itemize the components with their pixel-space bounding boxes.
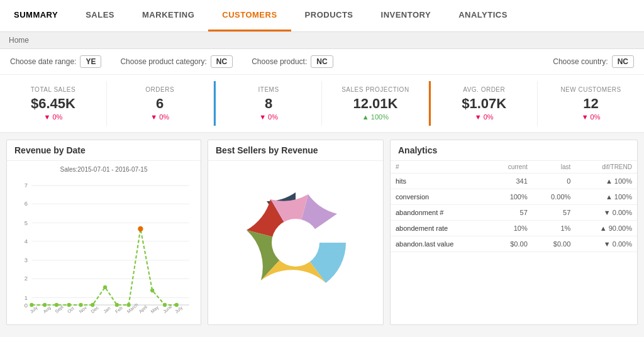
- filter-product: Choose product: NC: [252, 55, 333, 68]
- table-row: abandon.last value $0.00 $0.00 ▼ 0.00%: [391, 236, 637, 252]
- cell-current: 57: [489, 205, 532, 221]
- cell-current: 100%: [489, 189, 532, 205]
- cell-trend: ▲ 100%: [575, 189, 637, 205]
- filter-date-label: Choose date range:: [10, 57, 76, 66]
- analytics-header-row: # current last dif/TREND: [391, 161, 637, 174]
- filter-product-btn[interactable]: NC: [311, 55, 333, 68]
- revenue-panel: Revenue by Date Sales:2015-07-01 - 2016-…: [6, 140, 201, 325]
- metric-orders: ORDERS 6 ▼ 0%: [107, 81, 214, 126]
- svg-text:0: 0: [25, 302, 28, 309]
- svg-text:3: 3: [25, 257, 28, 263]
- cell-metric: conversion: [391, 189, 489, 205]
- col-header-trend: dif/TREND: [575, 161, 637, 174]
- revenue-chart-area: Sales:2015-07-01 - 2016-07-15 7 6 5 4 3 …: [7, 161, 201, 324]
- cell-metric: abondement rate: [391, 221, 489, 236]
- svg-point-22: [103, 285, 107, 289]
- cell-last: 1%: [533, 221, 576, 236]
- metric-items: ITEMS 8 ▼ 0%: [216, 81, 323, 126]
- nav-analytics[interactable]: ANALYTICS: [445, 0, 521, 31]
- cell-metric: hits: [391, 174, 489, 189]
- col-header-metric: #: [391, 161, 489, 174]
- cell-metric: abandonment #: [391, 205, 489, 221]
- analytics-panel: Analytics # current last dif/TREND hits …: [390, 140, 638, 325]
- metric-sales-projection: SALES PROJECTION 12.01K ▲ 100%: [322, 81, 429, 126]
- analytics-title: Analytics: [391, 140, 637, 161]
- cell-trend: ▲ 90.00%: [575, 221, 637, 236]
- table-row: hits 341 0 ▲ 100%: [391, 174, 637, 189]
- filter-category: Choose product category: NC: [120, 55, 233, 68]
- nav-sales[interactable]: SALES: [72, 0, 128, 31]
- svg-text:Jan: Jan: [103, 306, 112, 314]
- svg-text:May: May: [150, 304, 160, 314]
- table-row: abondement rate 10% 1% ▲ 90.00%: [391, 221, 637, 236]
- svg-text:1: 1: [25, 295, 28, 301]
- svg-point-26: [150, 289, 154, 292]
- bestsellers-panel: Best Sellers by Revenue: [208, 140, 384, 325]
- filter-country-label: Choose country:: [553, 57, 608, 66]
- svg-text:Oct: Oct: [66, 306, 75, 314]
- filter-date: Choose date range: YE: [10, 55, 101, 68]
- cell-last: $0.00: [533, 236, 576, 252]
- cell-current: 341: [489, 174, 532, 189]
- breadcrumb: Home: [0, 32, 644, 49]
- cell-trend: ▲ 100%: [575, 174, 637, 189]
- nav-customers[interactable]: CUSTOMERS: [208, 0, 291, 31]
- svg-point-25: [138, 226, 143, 231]
- metric-new-customers: NEW CUSTOMERS 12 ▼ 0%: [538, 81, 644, 126]
- cell-last: 0: [533, 174, 576, 189]
- col-header-current: current: [489, 161, 532, 174]
- svg-text:6: 6: [25, 201, 28, 207]
- cell-metric: abandon.last value: [391, 236, 489, 252]
- svg-text:2: 2: [25, 275, 28, 282]
- filter-country-btn[interactable]: NC: [612, 55, 634, 68]
- cell-last: 57: [533, 205, 576, 221]
- cell-trend: ▼ 0.00%: [575, 236, 637, 252]
- filter-product-label: Choose product:: [252, 57, 307, 66]
- cell-trend: ▼ 0.00%: [575, 205, 637, 221]
- filter-date-btn[interactable]: YE: [80, 55, 101, 68]
- col-header-last: last: [533, 161, 576, 174]
- nav-products[interactable]: PRODUCTS: [291, 0, 367, 31]
- svg-text:April: April: [138, 304, 148, 314]
- filter-bar: Choose date range: YE Choose product cat…: [0, 49, 644, 75]
- cell-current: $0.00: [489, 236, 532, 252]
- metric-total-sales: TOTAL SALES $6.45K ▼ 0%: [0, 81, 107, 126]
- svg-point-42: [272, 219, 319, 267]
- cell-current: 10%: [489, 221, 532, 236]
- donut-chart-svg: [226, 174, 365, 312]
- nav-summary[interactable]: SUMMARY: [0, 0, 72, 31]
- cell-last: 0.00%: [533, 189, 576, 205]
- table-row: conversion 100% 0.00% ▲ 100%: [391, 189, 637, 205]
- nav-marketing[interactable]: MARKETING: [128, 0, 208, 31]
- chart-subtitle: Sales:2015-07-01 - 2016-07-15: [12, 166, 196, 173]
- svg-text:5: 5: [25, 220, 28, 226]
- nav-inventory[interactable]: INVENTORY: [367, 0, 445, 31]
- metric-avg-order: AVG. ORDER $1.07K ▼ 0%: [431, 81, 538, 126]
- svg-text:7: 7: [25, 182, 28, 189]
- top-navigation: SUMMARY SALES MARKETING CUSTOMERS PRODUC…: [0, 0, 644, 32]
- filter-category-label: Choose product category:: [120, 57, 206, 66]
- filter-category-btn[interactable]: NC: [211, 55, 233, 68]
- main-content: Revenue by Date Sales:2015-07-01 - 2016-…: [0, 133, 644, 331]
- svg-text:4: 4: [25, 238, 28, 245]
- metrics-bar: TOTAL SALES $6.45K ▼ 0% ORDERS 6 ▼ 0% IT…: [0, 75, 644, 133]
- filter-country: Choose country: NC: [553, 55, 634, 68]
- revenue-title: Revenue by Date: [7, 140, 201, 161]
- donut-chart-area: [208, 161, 383, 324]
- table-row: abandonment # 57 57 ▼ 0.00%: [391, 205, 637, 221]
- analytics-table: # current last dif/TREND hits 341 0 ▲ 10…: [391, 161, 637, 252]
- bestsellers-title: Best Sellers by Revenue: [208, 140, 383, 161]
- revenue-chart-svg: 7 6 5 4 3 2 1 0: [12, 175, 196, 314]
